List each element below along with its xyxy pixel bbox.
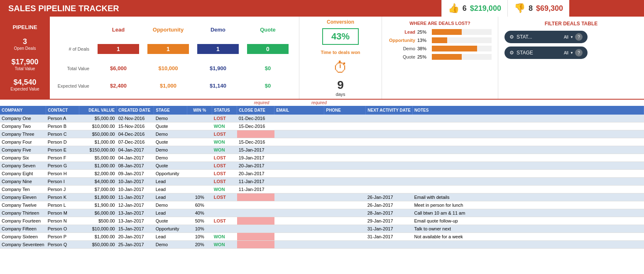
cell-email bbox=[274, 201, 324, 209]
cell-win: 10% bbox=[187, 193, 212, 201]
table-row[interactable]: Company Twelve Person L $1,900.00 12-Jan… bbox=[0, 201, 644, 209]
cell-phone bbox=[324, 217, 366, 225]
table-row[interactable]: Company Two Person B $10,000.00 15-Nov-2… bbox=[0, 122, 644, 130]
cell-next-activity bbox=[366, 170, 413, 178]
cell-created: 10-Jan-2017 bbox=[117, 186, 154, 193]
pipeline-label: PIPELINE bbox=[12, 24, 37, 30]
lost-pct-value: 13% bbox=[417, 38, 432, 43]
filter-stage2-button[interactable]: ⚙ STAGE All ▼ ? bbox=[504, 46, 588, 59]
cell-contact: Person H bbox=[46, 170, 79, 178]
cell-created: 20-Jan-2017 bbox=[117, 233, 154, 241]
cell-email bbox=[274, 233, 324, 241]
cell-stage: Quote bbox=[154, 122, 187, 130]
table-row[interactable]: Company Eleven Person K $1,800.00 11-Jan… bbox=[0, 193, 644, 201]
table-row[interactable]: Company Fifteen Person O $10,000.00 15-J… bbox=[0, 225, 644, 233]
cell-company: Company Thirteen bbox=[0, 209, 46, 217]
cell-contact: Person M bbox=[46, 209, 79, 217]
th-stage: STAGE bbox=[154, 106, 187, 115]
cell-notes: Meet in person for lunch bbox=[412, 201, 644, 209]
table-row[interactable]: Company One Person A $5,000.00 02-Nov-20… bbox=[0, 115, 644, 122]
table-row[interactable]: Company Ten Person J $7,000.00 10-Jan-20… bbox=[0, 186, 644, 193]
cell-phone bbox=[324, 178, 366, 186]
quote-expected: $0 bbox=[265, 83, 271, 89]
cell-contact: Person O bbox=[46, 225, 79, 233]
cell-company: Company Nine bbox=[0, 178, 46, 186]
cell-created: 04-Dec-2016 bbox=[117, 130, 154, 138]
summary-section: PIPELINE 3 Open Deals $17,900 Total Valu… bbox=[0, 17, 644, 100]
cell-stage: Demo bbox=[154, 201, 187, 209]
cell-phone bbox=[324, 241, 366, 249]
required-win-spacer bbox=[286, 100, 311, 105]
conversion-column: Conversion 43% Time to deals won ⏱ 9 day… bbox=[299, 17, 382, 99]
cell-created: 09-Jan-2017 bbox=[117, 170, 154, 178]
cell-status: WON bbox=[212, 146, 237, 154]
cell-company: Company Eleven bbox=[0, 193, 46, 201]
cell-contact: Person B bbox=[46, 122, 79, 130]
cell-win: 10% bbox=[187, 225, 212, 233]
cell-status: LOST bbox=[212, 115, 237, 122]
cell-status: WON bbox=[212, 186, 237, 193]
cell-created: 15-Jan-2017 bbox=[117, 225, 154, 233]
opp-total: $10,000 bbox=[159, 65, 178, 71]
cell-close: 20-Jan-2017 bbox=[237, 162, 274, 170]
cell-stage: Demo bbox=[154, 241, 187, 249]
cell-email bbox=[274, 130, 324, 138]
table-row[interactable]: Company Five Person E $150,000.00 04-Jan… bbox=[0, 146, 644, 154]
lost-bar bbox=[432, 46, 477, 51]
cell-value: $7,000.00 bbox=[79, 186, 117, 193]
cell-next-activity: 26-Jan-2017 bbox=[366, 201, 413, 209]
lost-bar-container bbox=[432, 29, 492, 35]
th-email: EMAIL bbox=[274, 106, 324, 115]
opp-expected-cell: $1,000 bbox=[143, 83, 193, 89]
cell-value: $50,000.00 bbox=[79, 241, 117, 249]
table-row[interactable]: Company Nine Person I $4,000.00 10-Jan-2… bbox=[0, 178, 644, 186]
table-row[interactable]: Company Fourteen Person N $500.00 13-Jan… bbox=[0, 217, 644, 225]
cell-contact: Person K bbox=[46, 193, 79, 201]
cell-close bbox=[237, 233, 274, 241]
table-row[interactable]: Company Seventeen Person Q $50,000.00 25… bbox=[0, 241, 644, 249]
cell-email bbox=[274, 115, 324, 122]
table-row[interactable]: Company Sixteen Person P $1,000.00 20-Ja… bbox=[0, 233, 644, 241]
cell-notes bbox=[412, 146, 644, 154]
cell-notes: Email quote follow-up bbox=[412, 217, 644, 225]
cell-phone bbox=[324, 138, 366, 146]
cell-next-activity: 28-Jan-2017 bbox=[366, 209, 413, 217]
table-row[interactable]: Company Four Person D $1,000.00 07-Dec-2… bbox=[0, 138, 644, 146]
lead-count-cell: 1 bbox=[93, 44, 143, 54]
deals-table: COMPANY CONTACT DEAL VALUE CREATED DATE … bbox=[0, 106, 644, 249]
table-row[interactable]: Company Six Person F $5,000.00 04-Jan-20… bbox=[0, 154, 644, 162]
cell-phone bbox=[324, 193, 366, 201]
cell-close: 15-Dec-2016 bbox=[237, 122, 274, 130]
total-value-value: $17,900 bbox=[11, 58, 38, 66]
required-indicators: required required bbox=[0, 100, 644, 106]
cell-notes: Email with details bbox=[412, 193, 644, 201]
cell-next-activity bbox=[366, 241, 413, 249]
table-row[interactable]: Company Thirteen Person M $6,000.00 13-J… bbox=[0, 209, 644, 217]
days-unit: days bbox=[335, 92, 345, 97]
cell-phone bbox=[324, 154, 366, 162]
table-row[interactable]: Company Eight Person H $2,000.00 09-Jan-… bbox=[0, 170, 644, 178]
cell-contact: Person E bbox=[46, 146, 79, 154]
table-row[interactable]: Company Three Person C $50,000.00 04-Dec… bbox=[0, 130, 644, 138]
cell-contact: Person L bbox=[46, 201, 79, 209]
help-icon-2[interactable]: ? bbox=[575, 49, 583, 56]
cell-status: LOST bbox=[212, 193, 237, 201]
stage-headers: Lead Opportunity Demo Quote bbox=[93, 27, 293, 33]
table-row[interactable]: Company Seven Person G $1,000.00 08-Jan-… bbox=[0, 162, 644, 170]
cell-email bbox=[274, 225, 324, 233]
cell-contact: Person F bbox=[46, 154, 79, 162]
cell-phone bbox=[324, 115, 366, 122]
cell-created: 10-Jan-2017 bbox=[117, 178, 154, 186]
negative-amount: $69,300 bbox=[536, 4, 563, 13]
opp-expected: $1,000 bbox=[160, 83, 176, 89]
help-icon-1[interactable]: ? bbox=[575, 33, 583, 41]
conversion-box: 43% bbox=[322, 28, 359, 45]
cell-close bbox=[237, 130, 274, 138]
cell-close bbox=[237, 209, 274, 217]
cell-email bbox=[274, 193, 324, 201]
cell-company: Company Fourteen bbox=[0, 217, 46, 225]
cell-contact: Person D bbox=[46, 138, 79, 146]
opp-count-cell: 1 bbox=[143, 44, 193, 54]
filter-stage-button[interactable]: ⚙ STAT... All ▼ ? bbox=[504, 31, 588, 43]
cell-win: 50% bbox=[187, 217, 212, 225]
